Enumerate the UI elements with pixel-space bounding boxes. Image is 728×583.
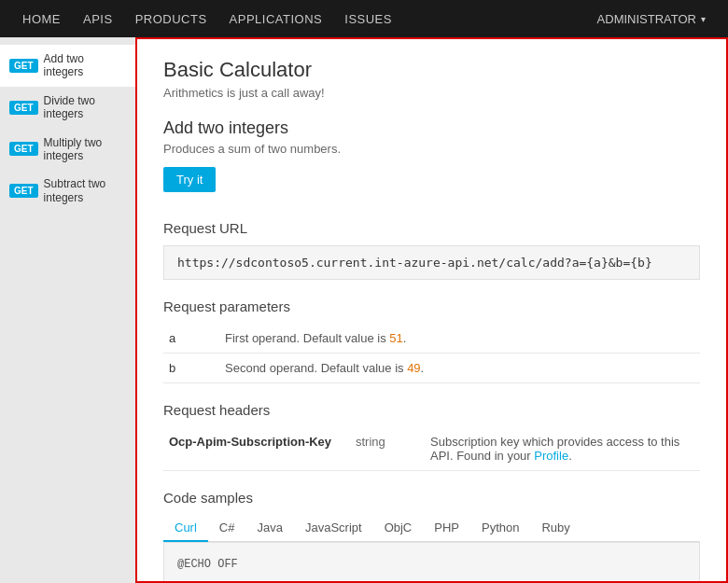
nav-home[interactable]: HOME	[11, 0, 72, 37]
table-row: a First operand. Default value is 51.	[163, 324, 700, 354]
sidebar-item-multiply-integers[interactable]: GET Multiply two integers	[0, 129, 135, 171]
request-headers-heading: Request headers	[163, 402, 700, 418]
param-desc-a: First operand. Default value is 51.	[219, 324, 700, 354]
code-block: @ECHO OFF curl -v -X GET "https://sdcont…	[163, 542, 700, 583]
tab-php[interactable]: PHP	[423, 515, 470, 542]
code-samples-heading: Code samples	[163, 490, 700, 506]
sidebar-item-add-integers[interactable]: GET Add two integers	[0, 45, 135, 87]
nav-apis[interactable]: APIS	[72, 0, 124, 37]
header-name: Ocp-Apim-Subscription-Key	[163, 427, 350, 471]
page-subtitle: Arithmetics is just a call away!	[163, 86, 700, 100]
code-tabs: Curl C# Java JavaScript ObjC PHP Python …	[163, 515, 700, 542]
page-title: Basic Calculator	[163, 58, 700, 82]
tab-python[interactable]: Python	[470, 515, 530, 542]
request-url-box: https://sdcontoso5.current.int-azure-api…	[163, 245, 700, 280]
profile-link[interactable]: Profile	[534, 449, 568, 463]
params-table: a First operand. Default value is 51. b …	[163, 324, 700, 383]
main-layout: GET Add two integers GET Divide two inte…	[0, 37, 728, 583]
param-desc-b: Second operand. Default value is 49.	[219, 354, 700, 383]
nav-applications[interactable]: APPLICATIONS	[218, 0, 334, 37]
tab-curl[interactable]: Curl	[163, 515, 208, 542]
admin-label: ADMINISTRATOR	[597, 12, 696, 26]
request-params-heading: Request parameters	[163, 298, 700, 314]
nav-products[interactable]: PRODUCTS	[124, 0, 218, 37]
admin-menu[interactable]: ADMINISTRATOR ▾	[586, 0, 717, 37]
code-line-blank	[177, 574, 686, 583]
sidebar-item-label: Divide two integers	[44, 94, 126, 121]
tab-objc[interactable]: ObjC	[373, 515, 424, 542]
tab-javascript[interactable]: JavaScript	[294, 515, 373, 542]
param-name-a: a	[163, 324, 219, 354]
method-badge-get: GET	[9, 184, 38, 198]
sidebar-item-label: Add two integers	[44, 52, 126, 79]
nav-issues[interactable]: ISSUES	[333, 0, 403, 37]
sidebar-item-label: Multiply two integers	[44, 136, 126, 163]
content-area: Basic Calculator Arithmetics is just a c…	[135, 37, 728, 583]
header-desc: Subscription key which provides access t…	[425, 427, 700, 471]
request-url-heading: Request URL	[163, 220, 700, 236]
tab-java[interactable]: Java	[245, 515, 293, 542]
sidebar: GET Add two integers GET Divide two inte…	[0, 37, 135, 583]
request-url-text: https://sdcontoso5.current.int-azure-api…	[177, 256, 652, 270]
method-badge-get: GET	[9, 59, 38, 73]
table-row: b Second operand. Default value is 49.	[163, 354, 700, 383]
param-name-b: b	[163, 354, 219, 383]
sidebar-item-label: Subtract two integers	[44, 177, 126, 204]
tab-ruby[interactable]: Ruby	[530, 515, 581, 542]
try-it-button[interactable]: Try it	[163, 167, 216, 192]
operation-title: Add two integers	[163, 118, 700, 138]
headers-table: Ocp-Apim-Subscription-Key string Subscri…	[163, 427, 700, 471]
sidebar-item-divide-integers[interactable]: GET Divide two integers	[0, 87, 135, 129]
chevron-down-icon: ▾	[701, 14, 706, 24]
table-row: Ocp-Apim-Subscription-Key string Subscri…	[163, 427, 700, 471]
sidebar-item-subtract-integers[interactable]: GET Subtract two integers	[0, 170, 135, 212]
tab-csharp[interactable]: C#	[208, 515, 246, 542]
param-default-a: 51	[389, 331, 402, 345]
param-default-b: 49	[407, 361, 420, 375]
header-type: string	[350, 427, 425, 471]
method-badge-get: GET	[9, 101, 38, 115]
code-line-1: @ECHO OFF	[177, 556, 686, 574]
method-badge-get: GET	[9, 142, 38, 156]
operation-desc: Produces a sum of two numbers.	[163, 142, 700, 156]
top-navigation: HOME APIS PRODUCTS APPLICATIONS ISSUES A…	[0, 0, 728, 37]
